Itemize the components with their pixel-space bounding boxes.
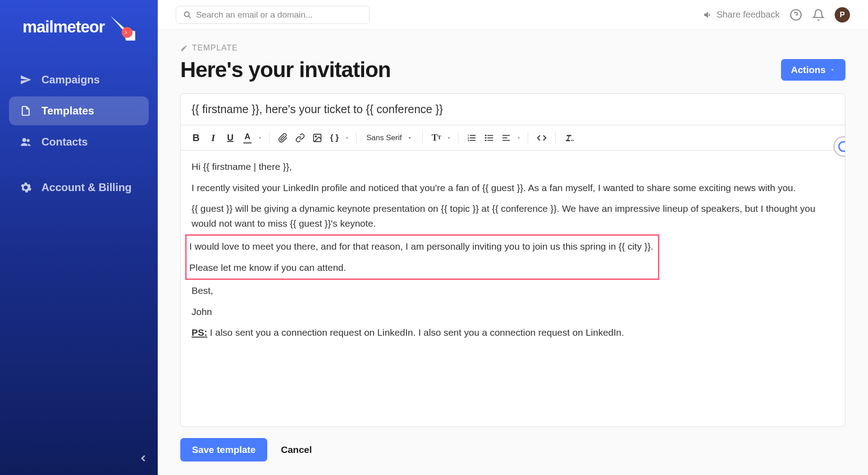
chevron-down-icon[interactable] [257, 135, 263, 141]
megaphone-icon [703, 10, 713, 20]
pencil-icon [180, 45, 187, 52]
sidebar-item-label: Campaigns [41, 73, 100, 86]
image-button[interactable] [310, 131, 324, 145]
highlight-annotation: I would love to meet you there, and for … [185, 234, 659, 280]
svg-rect-17 [503, 140, 510, 141]
search-input[interactable]: Search an email or a domain... [176, 6, 370, 24]
sidebar-item-templates[interactable]: Templates [9, 96, 149, 125]
search-placeholder: Search an email or a domain... [196, 10, 313, 20]
sidebar-item-label: Account & Billing [41, 180, 132, 194]
editor-toolbar: B I U A { } [181, 125, 845, 151]
ordered-list-button[interactable] [465, 131, 479, 145]
font-select[interactable]: Sans Serif [363, 132, 416, 144]
content: TEMPLATE Here's your invitation Actions … [158, 30, 868, 475]
svg-line-4 [188, 16, 191, 18]
bell-icon[interactable] [812, 9, 825, 21]
feedback-label: Share feedback [717, 9, 780, 20]
help-icon[interactable] [790, 9, 802, 21]
header: Search an email or a domain... Share fee… [158, 0, 868, 30]
share-feedback-link[interactable]: Share feedback [703, 9, 780, 20]
body-paragraph: Please let me know if you can attend. [189, 260, 653, 275]
body-paragraph: Hi {{ firstname | there }}, [192, 160, 834, 174]
svg-point-11 [485, 139, 487, 141]
editor-body[interactable]: Hi {{ firstname | there }}, I recently v… [181, 151, 845, 426]
people-icon [20, 136, 32, 148]
svg-point-10 [485, 137, 487, 139]
unordered-list-button[interactable] [482, 131, 496, 145]
document-icon [20, 105, 32, 117]
italic-button[interactable]: I [206, 131, 220, 145]
svg-point-2 [27, 139, 29, 142]
body-paragraph: John [192, 305, 834, 320]
sidebar-item-label: Templates [41, 105, 94, 117]
bold-button[interactable]: B [189, 131, 203, 145]
attachment-button[interactable] [276, 131, 290, 145]
link-button[interactable] [293, 131, 307, 145]
page-title: Here's your invitation [180, 57, 391, 82]
save-button[interactable]: Save template [180, 438, 267, 461]
main: Search an email or a domain... Share fee… [158, 0, 868, 475]
body-paragraph: Best, [192, 283, 834, 298]
sidebar-item-label: Contacts [41, 136, 88, 148]
meteor-icon [108, 14, 135, 41]
chevron-down-icon [829, 67, 836, 73]
svg-point-9 [485, 134, 487, 136]
cancel-button[interactable]: Cancel [281, 444, 312, 455]
svg-rect-12 [488, 135, 493, 136]
subject-input[interactable]: {{ firstname }}, here's your ticket to {… [181, 94, 845, 125]
sidebar-item-account[interactable]: Account & Billing [9, 172, 149, 202]
ps-label: PS: [192, 327, 207, 338]
brand-name: mailmeteor [23, 18, 105, 37]
svg-rect-13 [488, 137, 493, 138]
body-paragraph: I would love to meet you there, and for … [189, 239, 653, 254]
svg-rect-14 [488, 140, 493, 141]
svg-rect-15 [503, 135, 510, 136]
clear-format-button[interactable] [562, 131, 576, 145]
chevron-down-icon [407, 135, 412, 141]
actions-button[interactable]: Actions [781, 59, 845, 81]
avatar[interactable]: P [835, 7, 850, 23]
brand-logo[interactable]: mailmeteor [23, 14, 149, 41]
sidebar: mailmeteor Campaigns Templates Contacts … [0, 0, 158, 475]
ps-text: I also sent you a connection request on … [207, 327, 624, 338]
svg-point-3 [184, 12, 189, 17]
search-icon [183, 11, 192, 19]
chevron-down-icon[interactable] [516, 135, 521, 141]
sidebar-item-campaigns[interactable]: Campaigns [9, 65, 149, 94]
body-paragraph: PS: I also sent you a connection request… [192, 325, 834, 340]
svg-point-1 [22, 138, 26, 142]
chevron-down-icon[interactable] [446, 135, 452, 141]
underline-button[interactable]: U [223, 131, 238, 145]
body-paragraph: I recently visited your LinkedIn profile… [192, 181, 834, 196]
code-button[interactable] [535, 131, 549, 145]
chevron-down-icon[interactable] [344, 135, 350, 141]
text-color-button[interactable]: A [240, 131, 255, 145]
collapse-icon[interactable] [138, 453, 149, 464]
variable-button[interactable]: { } [327, 131, 342, 145]
sidebar-item-contacts[interactable]: Contacts [9, 128, 149, 156]
svg-point-8 [315, 136, 316, 137]
body-paragraph: {{ guest }} will be giving a dynamic key… [192, 201, 834, 231]
send-icon [20, 74, 32, 86]
align-button[interactable] [499, 131, 513, 145]
svg-rect-16 [503, 137, 507, 138]
text-size-button[interactable]: TT [429, 131, 443, 145]
editor: {{ firstname }}, here's your ticket to {… [180, 93, 845, 427]
breadcrumb: TEMPLATE [180, 43, 845, 53]
gear-icon [20, 182, 32, 193]
